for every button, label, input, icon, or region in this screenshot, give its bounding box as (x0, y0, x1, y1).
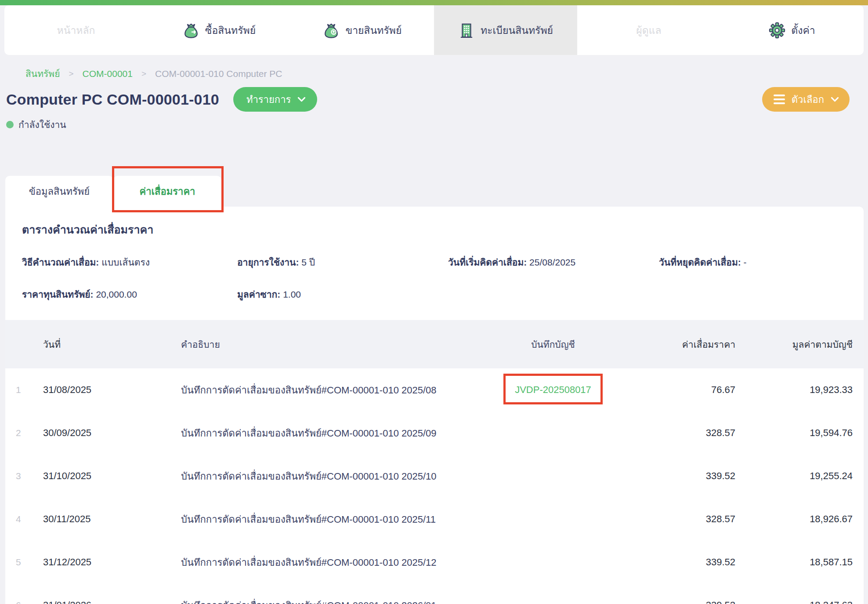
status-row: กำลังใช้งาน (6, 117, 868, 132)
row-description: บันทึกการตัดค่าเสื่อมของสินทรัพย์#COM-00… (177, 469, 481, 484)
row-description: บันทึกการตัดค่าเสื่อมของสินทรัพย์#COM-00… (177, 426, 481, 441)
row-date: 31/01/2026 (32, 600, 177, 604)
nav-item-sell-asset[interactable]: ขายสินทรัพย์ (291, 5, 434, 55)
row-book-value: 19,923.33 (735, 384, 864, 396)
status-badge: กำลังใช้งาน (18, 117, 66, 132)
nav-item-admin[interactable]: ผู้ดูแล (577, 5, 720, 55)
page-title: Computer PC COM-00001-010 (6, 91, 219, 108)
row-number: 3 (5, 471, 32, 481)
breadcrumb-separator-icon: > (141, 69, 146, 79)
info-field-label: วันที่หยุดคิดค่าเสื่อม: (659, 257, 744, 267)
breadcrumb-item: COM-00001-010 Computer PC (155, 69, 282, 79)
row-description: บันทึกการตัดค่าเสื่อมของสินทรัพย์#COM-00… (177, 512, 481, 527)
row-book-value: 19,255.24 (735, 470, 864, 482)
info-field-value: 25/08/2025 (529, 257, 575, 267)
info-field-value: 20,000.00 (96, 289, 137, 299)
depreciation-info-grid: วิธีคำนวณค่าเสื่อม: แบบเส้นตรง อายุการใช… (22, 255, 847, 302)
money-bag-buy-icon (183, 22, 199, 39)
hamburger-icon (774, 95, 785, 104)
title-row: Computer PC COM-00001-010 ทำรายการ ตัวเล… (6, 87, 862, 112)
row-depreciation-amount: 339.52 (626, 470, 735, 482)
money-bag-sell-icon (323, 22, 340, 39)
column-header-book-value: มูลค่าตามบัญชี (735, 337, 864, 352)
table-row: 5 31/12/2025 บันทึกการตัดค่าเสื่อมของสิน… (5, 541, 864, 584)
status-dot-icon (6, 121, 14, 128)
info-field: อายุการใช้งาน: 5 ปี (237, 255, 448, 269)
building-icon (458, 22, 475, 39)
row-depreciation-amount: 339.52 (626, 600, 735, 604)
options-label: ตัวเลือก (792, 92, 824, 107)
row-journal-cell: JVDP-202508017 (481, 384, 626, 396)
gear-icon (769, 22, 785, 39)
row-description: บันทึกการตัดค่าเสื่อมของสินทรัพย์#COM-00… (177, 598, 481, 604)
info-field: วันที่หยุดคิดค่าเสื่อม: - (659, 255, 847, 269)
info-field-label: อายุการใช้งาน: (237, 257, 301, 267)
row-book-value: 18,247.63 (735, 600, 864, 604)
row-date: 31/08/2025 (32, 384, 177, 396)
info-field: วิธีคำนวณค่าเสื่อม: แบบเส้นตรง (22, 255, 237, 269)
top-navigation: หน้าหลัก ซื้อสินทรัพย์ ขายสินทรัพย์ ทะเบ… (4, 5, 864, 55)
info-field: ราคาทุนสินทรัพย์: 20,000.00 (22, 287, 237, 302)
breadcrumb-item[interactable]: COM-00001 (83, 69, 133, 79)
depreciation-panel: ตารางคำนวณค่าเสื่อมราคา วิธีคำนวณค่าเสื่… (5, 207, 864, 604)
row-number: 1 (5, 385, 32, 395)
table-row: 4 30/11/2025 บันทึกการตัดค่าเสื่อมของสิน… (5, 498, 864, 541)
table-body: 1 31/08/2025 บันทึกการตัดค่าเสื่อมของสิน… (5, 368, 864, 604)
info-field-value: 5 ปี (301, 257, 315, 267)
journal-entry-link[interactable]: JVDP-202508017 (515, 384, 591, 396)
make-transaction-label: ทำรายการ (246, 92, 291, 107)
info-field-label: ราคาทุนสินทรัพย์: (22, 289, 96, 299)
row-depreciation-amount: 328.57 (626, 427, 735, 439)
row-number: 4 (5, 514, 32, 524)
row-date: 31/10/2025 (32, 470, 177, 482)
row-date: 31/12/2025 (32, 557, 177, 568)
table-row: 1 31/08/2025 บันทึกการตัดค่าเสื่อมของสิน… (5, 368, 864, 411)
row-date: 30/11/2025 (32, 513, 177, 525)
nav-item-asset-register[interactable]: ทะเบียนสินทรัพย์ (434, 5, 577, 55)
red-annotation-box (503, 374, 603, 404)
row-number: 2 (5, 428, 32, 438)
nav-item-home[interactable]: หน้าหลัก (4, 5, 148, 55)
table-row: 6 31/01/2026 บันทึกการตัดค่าเสื่อมของสิน… (5, 584, 864, 604)
row-book-value: 19,594.76 (735, 427, 864, 439)
info-field: มูลค่าซาก: 1.00 (237, 287, 448, 302)
row-depreciation-amount: 76.67 (626, 384, 735, 396)
table-row: 2 30/09/2025 บันทึกการตัดค่าเสื่อมของสิน… (5, 411, 864, 455)
tabs-row: ข้อมูลสินทรัพย์ ค่าเสื่อมราคา (5, 176, 868, 207)
table-header-row: วันที่ คำอธิบาย บันทึกบัญชี ค่าเสื่อมราค… (5, 320, 864, 368)
info-field-value: แบบเส้นตรง (101, 257, 150, 267)
options-button[interactable]: ตัวเลือก (762, 87, 850, 112)
column-header-journal: บันทึกบัญชี (481, 337, 626, 352)
info-field: วันที่เริ่มคิดค่าเสื่อม: 25/08/2025 (448, 255, 659, 269)
row-number: 6 (5, 600, 32, 604)
info-field-label: มูลค่าซาก: (237, 289, 283, 299)
info-field-value: 1.00 (283, 289, 301, 299)
tab-asset-info[interactable]: ข้อมูลสินทรัพย์ (5, 176, 113, 207)
info-field-label: วิธีคำนวณค่าเสื่อม: (22, 257, 101, 267)
nav-item-settings[interactable]: ตั้งค่า (720, 5, 864, 55)
section-title: ตารางคำนวณค่าเสื่อมราคา (22, 221, 864, 238)
make-transaction-button[interactable]: ทำรายการ (233, 87, 317, 112)
row-depreciation-amount: 339.52 (626, 557, 735, 568)
row-date: 30/09/2025 (32, 427, 177, 439)
info-field-label: วันที่เริ่มคิดค่าเสื่อม: (448, 257, 529, 267)
column-header-depreciation: ค่าเสื่อมราคา (626, 337, 735, 352)
column-header-description: คำอธิบาย (177, 337, 481, 352)
row-description: บันทึกการตัดค่าเสื่อมของสินทรัพย์#COM-00… (177, 555, 481, 570)
breadcrumb: สินทรัพย์ > COM-00001 > COM-00001-010 Co… (25, 66, 868, 81)
chevron-down-icon (831, 97, 839, 102)
row-number: 5 (5, 557, 32, 568)
breadcrumb-item[interactable]: สินทรัพย์ (25, 66, 60, 81)
breadcrumb-separator-icon: > (69, 69, 73, 79)
info-field-value: - (744, 257, 747, 267)
nav-item-buy-asset[interactable]: ซื้อสินทรัพย์ (148, 5, 291, 55)
tab-depreciation[interactable]: ค่าเสื่อมราคา (113, 176, 221, 207)
row-description: บันทึกการตัดค่าเสื่อมของสินทรัพย์#COM-00… (177, 382, 481, 398)
depreciation-table: วันที่ คำอธิบาย บันทึกบัญชี ค่าเสื่อมราค… (5, 320, 864, 604)
top-gradient-bar (0, 0, 868, 5)
row-book-value: 18,587.15 (735, 557, 864, 568)
chevron-down-icon (297, 97, 306, 102)
column-header-date: วันที่ (32, 337, 177, 352)
row-depreciation-amount: 328.57 (626, 513, 735, 525)
row-book-value: 18,926.67 (735, 513, 864, 525)
